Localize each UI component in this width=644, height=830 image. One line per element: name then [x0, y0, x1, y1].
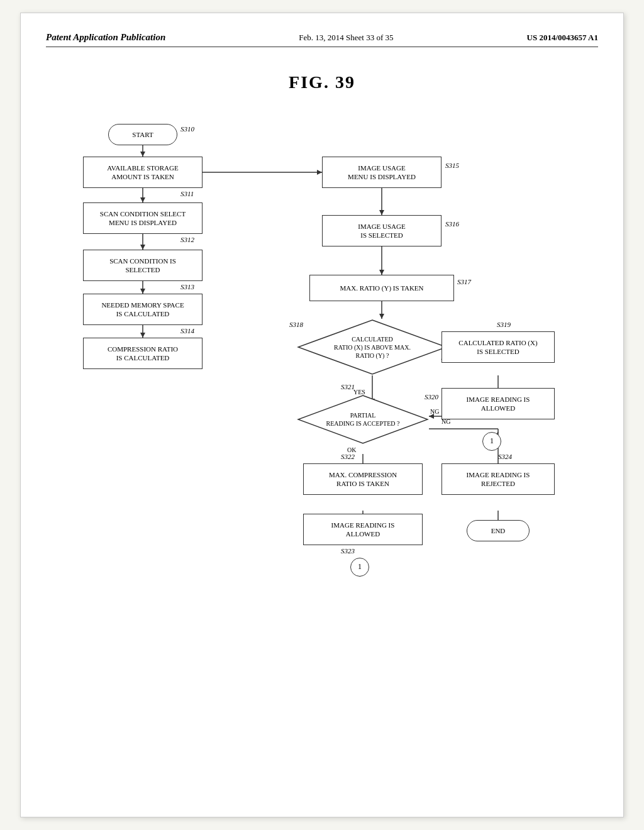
- s316-node: IMAGE USAGEIS SELECTED: [322, 215, 441, 246]
- svg-marker-1: [140, 152, 145, 157]
- s324-node: IMAGE READING ISREJECTED: [441, 463, 555, 495]
- svg-marker-15: [379, 270, 384, 275]
- s320b-node: IMAGE READING ISALLOWED: [303, 514, 423, 545]
- svg-marker-17: [379, 314, 384, 319]
- s310-node: AVAILABLE STORAGEAMOUNT IS TAKEN: [83, 157, 203, 188]
- s312-node: SCAN CONDITION ISSELECTED: [83, 250, 203, 281]
- header-publication: Patent Application Publication: [46, 32, 165, 43]
- s321-step-label: S321: [341, 383, 355, 390]
- end-node: END: [467, 520, 530, 541]
- s319-node: CALCULATED RATIO (X)IS SELECTED: [441, 331, 555, 363]
- s315-step-label: S315: [445, 162, 459, 169]
- patent-page: Patent Application Publication Feb. 13, …: [20, 13, 624, 817]
- s317-step-label: S317: [457, 278, 471, 285]
- s319-step-label: S319: [497, 321, 511, 328]
- s313-node: NEEDED MEMORY SPACEIS CALCULATED: [83, 294, 203, 325]
- s311-step-label: S311: [180, 190, 194, 197]
- s314-step-label: S314: [180, 327, 194, 335]
- circle-1b: 1: [350, 558, 369, 577]
- header-date-sheet: Feb. 13, 2014 Sheet 33 of 35: [299, 33, 393, 43]
- figure-title: FIG. 39: [46, 72, 598, 92]
- ng-label: NG: [430, 408, 439, 415]
- svg-marker-13: [379, 210, 384, 215]
- s322-node: MAX. COMPRESSIONRATIO IS TAKEN: [303, 463, 423, 495]
- svg-marker-3: [140, 197, 145, 202]
- svg-marker-7: [140, 289, 145, 294]
- s321-diamond: PARTIALREADING IS ACCEPTED ?: [297, 394, 429, 445]
- s323-step-label: S323: [341, 547, 355, 555]
- flowchart-container: YES NO OK NG: [70, 118, 574, 683]
- s324-step-label: S324: [498, 453, 512, 460]
- s310-step-label: S310: [180, 125, 194, 133]
- s315-node: IMAGE USAGEMENU IS DISPLAYED: [322, 157, 441, 188]
- s322-step-label: S322: [341, 453, 355, 460]
- s316-step-label: S316: [445, 220, 459, 228]
- s313-step-label: S313: [180, 283, 194, 290]
- svg-marker-5: [140, 245, 145, 250]
- s311-node: SCAN CONDITION SELECTMENU IS DISPLAYED: [83, 202, 203, 234]
- s318-diamond: CALCULATEDRATIO (X) IS ABOVE MAX.RATIO (…: [297, 319, 448, 375]
- page-header: Patent Application Publication Feb. 13, …: [46, 32, 598, 47]
- circle-1a: 1: [482, 432, 501, 451]
- s320-node: IMAGE READING ISALLOWED: [441, 388, 555, 419]
- s317-node: MAX. RATIO (Y) IS TAKEN: [309, 275, 454, 301]
- svg-marker-11: [317, 170, 322, 175]
- header-patent-number: US 2014/0043657 A1: [527, 33, 598, 43]
- svg-marker-9: [140, 333, 145, 338]
- s312-step-label: S312: [180, 236, 194, 243]
- s314-node: COMPRESSION RATIOIS CALCULATED: [83, 338, 203, 369]
- s318-step-label: S318: [289, 321, 303, 328]
- start-node: START: [108, 124, 177, 145]
